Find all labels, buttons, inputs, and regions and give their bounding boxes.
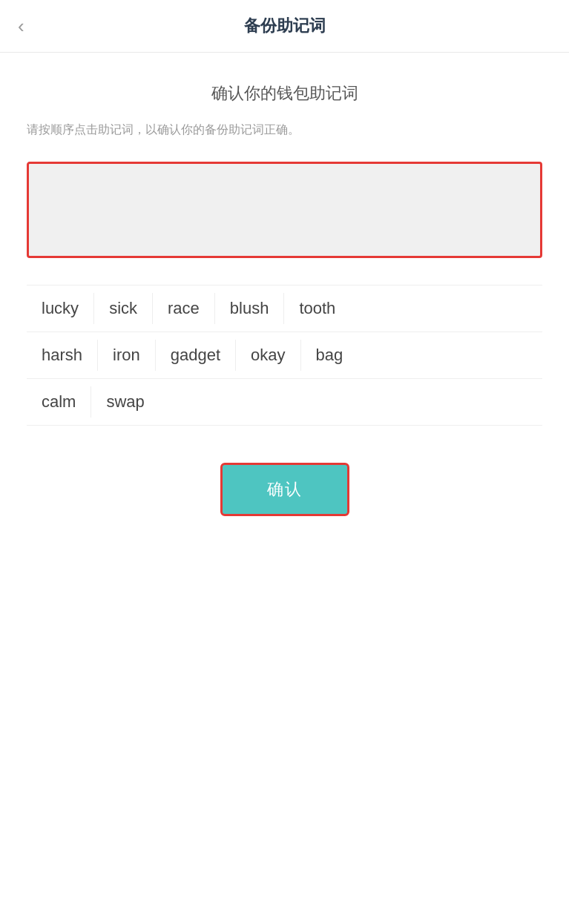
confirm-button-wrapper: 确认 [27,463,542,516]
header: ‹ 备份助记词 [0,0,569,53]
word-iron[interactable]: iron [98,340,156,371]
words-container: lucky sick race blush tooth harsh iron g… [27,285,542,426]
page-header-title: 备份助记词 [244,15,326,37]
word-harsh[interactable]: harsh [27,340,98,371]
word-swap[interactable]: swap [91,386,159,418]
main-content: 确认你的钱包助记词 请按顺序点击助记词，以确认你的备份助记词正确。 lucky … [0,53,569,924]
word-blush[interactable]: blush [215,293,285,324]
page-title: 确认你的钱包助记词 [27,82,542,105]
word-sick[interactable]: sick [94,293,153,324]
confirm-button[interactable]: 确认 [220,463,349,516]
words-row-2: harsh iron gadget okay bag [27,332,542,379]
word-calm[interactable]: calm [27,386,91,418]
word-okay[interactable]: okay [236,340,300,371]
words-row-3: calm swap [27,379,542,426]
word-bag[interactable]: bag [301,340,358,371]
page-description: 请按顺序点击助记词，以确认你的备份助记词正确。 [27,119,542,139]
word-gadget[interactable]: gadget [156,340,236,371]
word-lucky[interactable]: lucky [27,293,94,324]
word-tooth[interactable]: tooth [284,293,350,324]
mnemonic-display-area [27,162,542,258]
back-button[interactable]: ‹ [18,16,24,36]
word-race[interactable]: race [153,293,215,324]
words-row-1: lucky sick race blush tooth [27,285,542,332]
